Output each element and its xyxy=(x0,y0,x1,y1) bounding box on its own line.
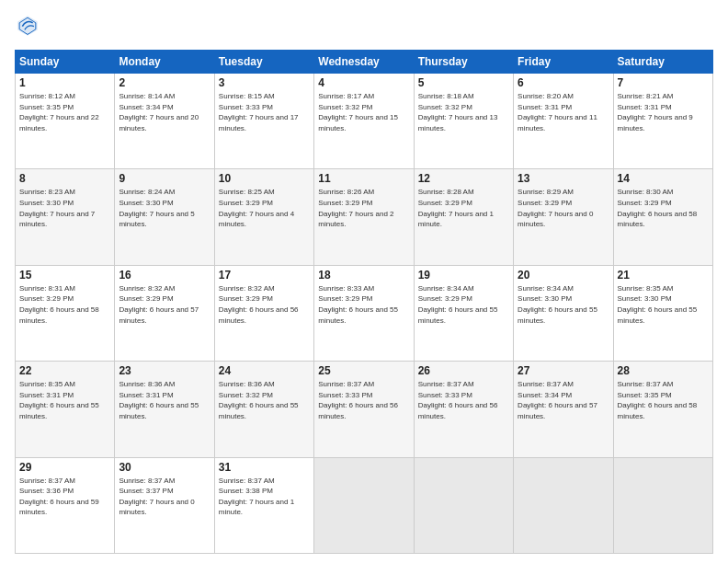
calendar-cell: 27Sunrise: 8:37 AMSunset: 3:34 PMDayligh… xyxy=(514,362,613,457)
day-number: 17 xyxy=(219,269,310,282)
calendar-cell: 9Sunrise: 8:24 AMSunset: 3:30 PMDaylight… xyxy=(115,169,214,265)
day-detail: Sunrise: 8:25 AMSunset: 3:29 PMDaylight:… xyxy=(219,188,294,228)
calendar-week-4: 22Sunrise: 8:35 AMSunset: 3:31 PMDayligh… xyxy=(16,362,713,457)
day-number: 24 xyxy=(219,364,310,377)
day-number: 21 xyxy=(618,269,709,282)
day-detail: Sunrise: 8:37 AMSunset: 3:33 PMDaylight:… xyxy=(418,380,498,420)
day-detail: Sunrise: 8:30 AMSunset: 3:29 PMDaylight:… xyxy=(618,188,698,228)
day-detail: Sunrise: 8:35 AMSunset: 3:31 PMDaylight:… xyxy=(19,380,99,420)
weekday-header-monday: Monday xyxy=(115,51,214,74)
day-number: 2 xyxy=(119,76,210,89)
logo-icon xyxy=(17,13,39,39)
calendar-cell xyxy=(514,457,613,553)
day-detail: Sunrise: 8:28 AMSunset: 3:29 PMDaylight:… xyxy=(418,188,494,228)
calendar-cell: 5Sunrise: 8:18 AMSunset: 3:32 PMDaylight… xyxy=(414,74,513,169)
day-number: 30 xyxy=(119,461,210,474)
weekday-header-sunday: Sunday xyxy=(16,51,115,74)
day-number: 19 xyxy=(418,269,509,282)
calendar-cell xyxy=(613,457,712,553)
day-number: 29 xyxy=(19,461,110,474)
calendar-cell: 2Sunrise: 8:14 AMSunset: 3:34 PMDaylight… xyxy=(115,74,214,169)
calendar-cell: 28Sunrise: 8:37 AMSunset: 3:35 PMDayligh… xyxy=(613,362,712,457)
calendar-cell: 29Sunrise: 8:37 AMSunset: 3:36 PMDayligh… xyxy=(16,457,115,553)
header xyxy=(15,13,713,42)
day-number: 13 xyxy=(518,172,609,185)
day-number: 1 xyxy=(19,76,110,89)
day-detail: Sunrise: 8:37 AMSunset: 3:35 PMDaylight:… xyxy=(618,380,698,420)
calendar-cell: 20Sunrise: 8:34 AMSunset: 3:30 PMDayligh… xyxy=(514,265,613,361)
calendar-cell: 8Sunrise: 8:23 AMSunset: 3:30 PMDaylight… xyxy=(16,169,115,265)
weekday-header-saturday: Saturday xyxy=(613,51,712,74)
calendar-cell: 23Sunrise: 8:36 AMSunset: 3:31 PMDayligh… xyxy=(115,362,214,457)
day-detail: Sunrise: 8:21 AMSunset: 3:31 PMDaylight:… xyxy=(618,92,693,132)
day-detail: Sunrise: 8:29 AMSunset: 3:29 PMDaylight:… xyxy=(518,188,593,228)
day-number: 26 xyxy=(418,364,509,377)
day-number: 28 xyxy=(618,364,709,377)
day-detail: Sunrise: 8:15 AMSunset: 3:33 PMDaylight:… xyxy=(219,92,299,132)
day-number: 7 xyxy=(618,76,709,89)
day-detail: Sunrise: 8:32 AMSunset: 3:29 PMDaylight:… xyxy=(219,284,299,325)
day-detail: Sunrise: 8:12 AMSunset: 3:35 PMDaylight:… xyxy=(19,92,99,132)
calendar-cell: 14Sunrise: 8:30 AMSunset: 3:29 PMDayligh… xyxy=(613,169,712,265)
calendar-cell: 3Sunrise: 8:15 AMSunset: 3:33 PMDaylight… xyxy=(214,74,313,169)
day-number: 18 xyxy=(318,269,409,282)
calendar-cell: 12Sunrise: 8:28 AMSunset: 3:29 PMDayligh… xyxy=(414,169,513,265)
calendar-page: SundayMondayTuesdayWednesdayThursdayFrid… xyxy=(0,0,728,563)
day-detail: Sunrise: 8:24 AMSunset: 3:30 PMDaylight:… xyxy=(119,188,194,228)
day-number: 10 xyxy=(219,172,310,185)
calendar-week-2: 8Sunrise: 8:23 AMSunset: 3:30 PMDaylight… xyxy=(16,169,713,265)
calendar-cell: 10Sunrise: 8:25 AMSunset: 3:29 PMDayligh… xyxy=(214,169,313,265)
calendar-week-3: 15Sunrise: 8:31 AMSunset: 3:29 PMDayligh… xyxy=(16,265,713,361)
calendar-table: SundayMondayTuesdayWednesdayThursdayFrid… xyxy=(15,50,713,554)
calendar-cell: 7Sunrise: 8:21 AMSunset: 3:31 PMDaylight… xyxy=(613,74,712,169)
weekday-header-tuesday: Tuesday xyxy=(214,51,313,74)
day-detail: Sunrise: 8:33 AMSunset: 3:29 PMDaylight:… xyxy=(318,284,398,325)
day-number: 25 xyxy=(318,364,409,377)
day-number: 31 xyxy=(219,461,310,474)
calendar-cell xyxy=(314,457,414,553)
day-number: 12 xyxy=(418,172,509,185)
weekday-header-row: SundayMondayTuesdayWednesdayThursdayFrid… xyxy=(16,51,713,74)
day-number: 14 xyxy=(618,172,709,185)
calendar-cell: 22Sunrise: 8:35 AMSunset: 3:31 PMDayligh… xyxy=(16,362,115,457)
calendar-cell: 1Sunrise: 8:12 AMSunset: 3:35 PMDaylight… xyxy=(16,74,115,169)
day-detail: Sunrise: 8:32 AMSunset: 3:29 PMDaylight:… xyxy=(119,284,199,325)
calendar-cell: 30Sunrise: 8:37 AMSunset: 3:37 PMDayligh… xyxy=(115,457,214,553)
day-number: 27 xyxy=(518,364,609,377)
calendar-cell: 24Sunrise: 8:36 AMSunset: 3:32 PMDayligh… xyxy=(214,362,313,457)
logo xyxy=(15,13,42,42)
day-number: 3 xyxy=(219,76,310,89)
day-number: 8 xyxy=(19,172,110,185)
day-detail: Sunrise: 8:20 AMSunset: 3:31 PMDaylight:… xyxy=(518,92,597,132)
weekday-header-friday: Friday xyxy=(514,51,613,74)
calendar-cell: 16Sunrise: 8:32 AMSunset: 3:29 PMDayligh… xyxy=(115,265,214,361)
calendar-cell: 19Sunrise: 8:34 AMSunset: 3:29 PMDayligh… xyxy=(414,265,513,361)
day-number: 6 xyxy=(518,76,609,89)
day-number: 20 xyxy=(518,269,609,282)
calendar-week-5: 29Sunrise: 8:37 AMSunset: 3:36 PMDayligh… xyxy=(16,457,713,553)
calendar-cell: 18Sunrise: 8:33 AMSunset: 3:29 PMDayligh… xyxy=(314,265,414,361)
day-detail: Sunrise: 8:14 AMSunset: 3:34 PMDaylight:… xyxy=(119,92,199,132)
day-detail: Sunrise: 8:36 AMSunset: 3:32 PMDaylight:… xyxy=(219,380,299,420)
day-number: 22 xyxy=(19,364,110,377)
calendar-cell: 25Sunrise: 8:37 AMSunset: 3:33 PMDayligh… xyxy=(314,362,414,457)
day-number: 23 xyxy=(119,364,210,377)
day-detail: Sunrise: 8:36 AMSunset: 3:31 PMDaylight:… xyxy=(119,380,199,420)
svg-marker-0 xyxy=(17,16,37,35)
day-detail: Sunrise: 8:17 AMSunset: 3:32 PMDaylight:… xyxy=(318,92,398,132)
calendar-cell: 4Sunrise: 8:17 AMSunset: 3:32 PMDaylight… xyxy=(314,74,414,169)
day-number: 4 xyxy=(318,76,409,89)
day-detail: Sunrise: 8:35 AMSunset: 3:30 PMDaylight:… xyxy=(618,284,698,325)
calendar-cell xyxy=(414,457,513,553)
day-detail: Sunrise: 8:18 AMSunset: 3:32 PMDaylight:… xyxy=(418,92,498,132)
calendar-cell: 21Sunrise: 8:35 AMSunset: 3:30 PMDayligh… xyxy=(613,265,712,361)
day-detail: Sunrise: 8:34 AMSunset: 3:30 PMDaylight:… xyxy=(518,284,597,325)
day-number: 5 xyxy=(418,76,509,89)
weekday-header-wednesday: Wednesday xyxy=(314,51,414,74)
day-detail: Sunrise: 8:23 AMSunset: 3:30 PMDaylight:… xyxy=(19,188,95,228)
day-detail: Sunrise: 8:26 AMSunset: 3:29 PMDaylight:… xyxy=(318,188,393,228)
day-number: 15 xyxy=(19,269,110,282)
calendar-cell: 31Sunrise: 8:37 AMSunset: 3:38 PMDayligh… xyxy=(214,457,313,553)
day-detail: Sunrise: 8:37 AMSunset: 3:37 PMDaylight:… xyxy=(119,477,194,517)
day-detail: Sunrise: 8:37 AMSunset: 3:38 PMDaylight:… xyxy=(219,477,294,517)
